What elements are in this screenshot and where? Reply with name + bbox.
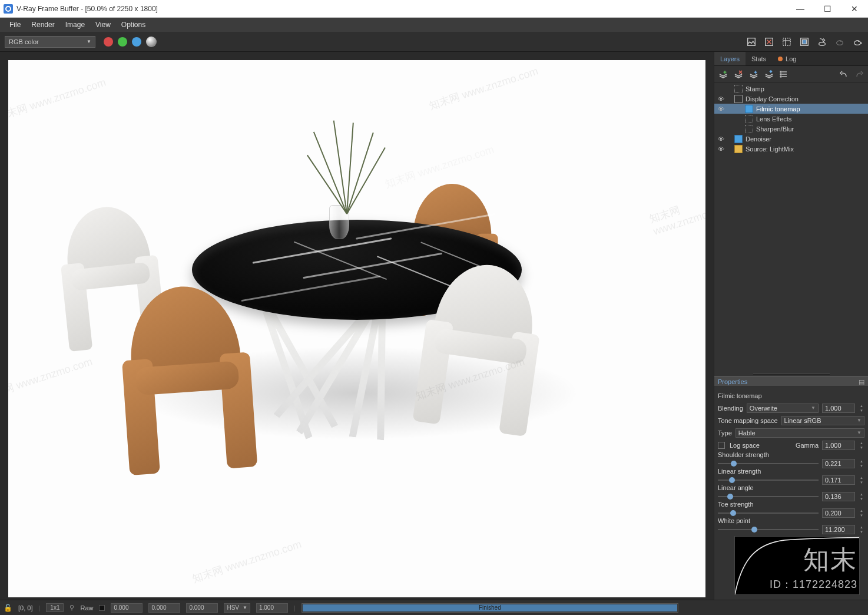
layer-row[interactable]: 👁Denoiser xyxy=(714,134,868,144)
statusbar: 🔓 [0, 0] | 1x1 ⚲ Raw 0.000 0.000 0.000 H… xyxy=(0,600,868,615)
layer-options-icon[interactable] xyxy=(779,69,790,80)
layer-row[interactable]: 👁Filmic tonemap xyxy=(714,104,868,114)
gamma-field[interactable]: 1.000 xyxy=(822,441,855,450)
channel-select[interactable]: RGB color ▼ xyxy=(5,36,95,48)
app-icon xyxy=(4,4,13,14)
layer-label: Lens Effects xyxy=(756,115,791,123)
alpha-field[interactable]: 1.000 xyxy=(256,603,288,613)
visibility-toggle-icon[interactable]: 👁 xyxy=(714,95,727,102)
slider-track[interactable] xyxy=(718,460,819,467)
slider-value-field[interactable]: 0.200 xyxy=(822,508,855,518)
gamma-spinner[interactable]: ▲▼ xyxy=(859,441,864,450)
delete-layer-icon[interactable] xyxy=(733,69,744,80)
layer-type-icon xyxy=(734,95,743,103)
save-preset-icon[interactable] xyxy=(748,69,759,80)
red-channel-toggle[interactable] xyxy=(104,37,113,47)
slider-value-field[interactable]: 0.136 xyxy=(822,492,855,501)
svg-rect-2 xyxy=(783,38,791,45)
value-g-field[interactable]: 0.000 xyxy=(148,603,180,613)
color-space-select[interactable]: HSV▼ xyxy=(224,603,250,613)
slider-spinner[interactable]: ▲▼ xyxy=(859,492,864,501)
clear-image-icon[interactable] xyxy=(763,36,775,48)
render-image[interactable]: 知末网 www.znzmo.com 知末网 www.znzmo.com 知末网 … xyxy=(8,60,705,597)
blending-amount-field[interactable]: 1.000 xyxy=(822,404,855,413)
render-last-icon[interactable] xyxy=(816,36,828,48)
visibility-toggle-icon[interactable]: 👁 xyxy=(714,105,727,113)
layer-row[interactable]: Lens Effects xyxy=(714,114,868,124)
layer-row[interactable]: 👁Source: LightMix xyxy=(714,144,868,154)
dropdown-arrow-icon: ▼ xyxy=(87,39,91,44)
minimize-button[interactable]: — xyxy=(787,0,814,17)
window-title: V-Ray Frame Buffer - [50.0% of 2250 x 18… xyxy=(16,5,787,13)
link-icon[interactable]: ⚲ xyxy=(69,604,74,611)
properties-panel: Properties ▤ Filmic tonemap Blending Ove… xyxy=(714,371,868,600)
layer-row[interactable]: 👁Display Correction xyxy=(714,94,868,104)
region-size-select[interactable]: 1x1 xyxy=(46,603,64,612)
tms-select[interactable]: Linear sRGB▼ xyxy=(781,416,864,425)
menu-file[interactable]: File xyxy=(5,19,25,30)
blending-select[interactable]: Overwrite▼ xyxy=(747,404,819,413)
viewport[interactable]: 知末网 www.znzmo.com 知末网 www.znzmo.com 知末网 … xyxy=(0,52,714,600)
slider-track[interactable] xyxy=(718,477,819,484)
maximize-button[interactable]: ☐ xyxy=(814,0,841,17)
tab-layers[interactable]: Layers xyxy=(714,52,746,65)
layer-type-icon xyxy=(745,115,753,123)
mono-channel-toggle[interactable] xyxy=(146,37,157,47)
blue-channel-toggle[interactable] xyxy=(132,37,141,47)
log-space-checkbox[interactable] xyxy=(718,442,725,449)
menu-render[interactable]: Render xyxy=(26,19,59,30)
menu-view[interactable]: View xyxy=(91,19,115,30)
load-preset-icon[interactable] xyxy=(764,69,774,80)
layer-label: Filmic tonemap xyxy=(756,105,800,113)
slider-spinner[interactable]: ▲▼ xyxy=(859,459,864,468)
channel-select-value: RGB color xyxy=(9,38,39,45)
add-layer-icon[interactable] xyxy=(718,69,728,80)
slider-label: Shoulder strength xyxy=(718,451,864,458)
slider-spinner[interactable]: ▲▼ xyxy=(859,525,864,534)
visibility-toggle-icon[interactable]: 👁 xyxy=(714,146,727,153)
layer-type-icon xyxy=(745,125,753,133)
type-select[interactable]: Hable▼ xyxy=(736,428,864,438)
properties-menu-icon[interactable]: ▤ xyxy=(859,378,864,386)
green-channel-toggle[interactable] xyxy=(118,37,127,47)
undo-icon[interactable] xyxy=(839,69,849,80)
blending-label: Blending xyxy=(718,405,743,412)
slider-track[interactable] xyxy=(718,526,819,533)
redo-icon[interactable] xyxy=(854,69,864,80)
tab-stats[interactable]: Stats xyxy=(746,52,772,65)
panel-resize-grip[interactable] xyxy=(714,371,868,376)
side-panel: Layers Stats Log Stamp👁Display Correctio… xyxy=(714,52,868,600)
slider-value-field[interactable]: 0.221 xyxy=(822,459,855,468)
tab-log[interactable]: Log xyxy=(772,52,802,65)
titlebar[interactable]: V-Ray Frame Buffer - [50.0% of 2250 x 18… xyxy=(0,0,868,18)
save-image-icon[interactable] xyxy=(746,36,757,48)
teapot-render-icon[interactable] xyxy=(852,36,863,48)
value-b-field[interactable]: 0.000 xyxy=(186,603,218,613)
layer-row[interactable]: Sharpen/Blur xyxy=(714,124,868,134)
slider-spinner[interactable]: ▲▼ xyxy=(859,475,864,485)
layer-tree[interactable]: Stamp👁Display Correction👁Filmic tonemapL… xyxy=(714,82,868,155)
slider-spinner[interactable]: ▲▼ xyxy=(859,508,864,518)
pixel-coords: [0, 0] xyxy=(18,604,32,611)
track-mouse-icon[interactable] xyxy=(799,36,810,48)
value-r-field[interactable]: 0.000 xyxy=(111,603,143,613)
slider-value-field[interactable]: 11.200 xyxy=(822,525,855,534)
blending-amount-spinner[interactable]: ▲▼ xyxy=(859,404,864,413)
region-render-icon[interactable] xyxy=(781,36,793,48)
visibility-toggle-icon[interactable]: 👁 xyxy=(714,135,727,143)
svg-point-7 xyxy=(854,41,861,45)
tonemap-curve[interactable] xyxy=(734,536,860,595)
slider-track[interactable] xyxy=(718,510,819,517)
menu-image[interactable]: Image xyxy=(61,19,90,30)
slider-track[interactable] xyxy=(718,493,819,500)
layer-label: Stamp xyxy=(746,85,764,92)
properties-header[interactable]: Properties ▤ xyxy=(714,376,868,387)
layer-row[interactable]: Stamp xyxy=(714,84,868,94)
svg-rect-0 xyxy=(748,38,756,45)
menu-options[interactable]: Options xyxy=(117,19,150,30)
slider-value-field[interactable]: 0.171 xyxy=(822,475,855,485)
close-button[interactable]: ✕ xyxy=(841,0,868,17)
layer-label: Source: LightMix xyxy=(746,146,794,153)
lock-icon[interactable]: 🔓 xyxy=(4,604,12,612)
log-space-label: Log space xyxy=(730,442,760,449)
